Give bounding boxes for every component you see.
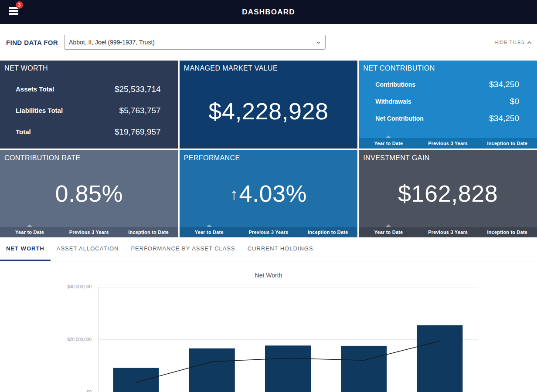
- find-data-bar: FIND DATA FOR Abbot, II, Joel (999-1937,…: [0, 24, 537, 61]
- period-tab-year-to-date[interactable]: Year to Date: [0, 227, 59, 237]
- row-label: Contributions: [375, 81, 415, 88]
- active-period-indicator: [27, 224, 32, 227]
- active-period-indicator: [386, 224, 391, 227]
- withdrawals-row: Withdrawals $0: [359, 93, 537, 110]
- performance-number: 4.03%: [239, 180, 307, 207]
- row-label: Assets Total: [16, 85, 54, 93]
- period-tabs: Year to Date Previous 3 Years Inception …: [0, 227, 178, 237]
- find-data-label: FIND DATA FOR: [6, 39, 58, 46]
- performance-value: ↑ 4.03%: [180, 150, 358, 227]
- period-tab-inception-to-date[interactable]: Inception to Date: [478, 138, 537, 149]
- top-bar: 3 DASHBOARD: [0, 0, 537, 24]
- dashboard-page: 3 DASHBOARD FIND DATA FOR Abbot, II, Joe…: [0, 0, 537, 392]
- period-tab-year-to-date[interactable]: Year to Date: [180, 227, 239, 237]
- tile-contribution-rate: CONTRIBUTION RATE 0.85% Year to Date Pre…: [0, 150, 178, 237]
- period-tab-previous-3-years[interactable]: Previous 3 Years: [418, 227, 478, 237]
- period-tab-inception-to-date[interactable]: Inception to Date: [298, 227, 357, 237]
- total-row: Total $19,769,957: [0, 121, 178, 142]
- row-value: $0: [510, 97, 519, 106]
- chart-title: Net Worth: [0, 261, 537, 279]
- hide-tiles-button[interactable]: HIDE TILES: [494, 40, 531, 45]
- tile-title: NET CONTRIBUTION: [359, 61, 537, 72]
- row-value: $25,533,714: [115, 84, 161, 94]
- row-label: Withdrawals: [375, 98, 411, 105]
- up-arrow-icon: ↑: [230, 185, 238, 203]
- bar-chart-plot: [98, 287, 478, 392]
- tile-performance: PERFORMANCE ↑ 4.03% Year to Date Previou…: [180, 150, 358, 237]
- period-tabs: Year to Date Previous 3 Years Inception …: [359, 138, 537, 149]
- tile-net-contribution: NET CONTRIBUTION Contributions $34,250 W…: [359, 61, 537, 149]
- hide-tiles-label: HIDE TILES: [494, 40, 525, 45]
- tab-net-worth[interactable]: NET WORTH: [0, 237, 51, 261]
- liabilities-total-row: Liabilities Total $5,763,757: [0, 100, 178, 121]
- period-tab-inception-to-date[interactable]: Inception to Date: [478, 227, 537, 237]
- y-axis-tick: $0: [54, 390, 92, 392]
- tile-managed-market-value: MANAGED MARKET VALUE $4,228,928: [180, 61, 358, 149]
- contributions-row: Contributions $34,250: [359, 76, 537, 93]
- row-label: Net Contribution: [375, 115, 423, 122]
- account-select[interactable]: Abbot, II, Joel (999-1937, Trust): [64, 35, 326, 50]
- period-tab-previous-3-years[interactable]: Previous 3 Years: [239, 227, 298, 237]
- tab-current-holdings[interactable]: CURRENT HOLDINGS: [241, 237, 319, 261]
- row-label: Total: [16, 128, 31, 135]
- row-value: $34,250: [489, 80, 519, 89]
- period-tab-year-to-date[interactable]: Year to Date: [359, 138, 418, 149]
- summary-tiles: NET WORTH Assets Total $25,533,714 Liabi…: [0, 61, 537, 237]
- row-value: $5,763,757: [119, 106, 161, 115]
- tile-investment-gain: INVESTMENT GAIN $162,828 Year to Date Pr…: [359, 150, 537, 237]
- period-tab-inception-to-date[interactable]: Inception to Date: [119, 227, 178, 237]
- section-tabs: NET WORTH ASSET ALLOCATION PERFORMANCE B…: [0, 237, 537, 261]
- row-value: $34,250: [489, 114, 519, 123]
- tile-net-worth: NET WORTH Assets Total $25,533,714 Liabi…: [0, 61, 178, 149]
- period-tabs: Year to Date Previous 3 Years Inception …: [359, 227, 537, 237]
- row-label: Liabilities Total: [16, 107, 63, 114]
- period-tabs: Year to Date Previous 3 Years Inception …: [180, 227, 358, 237]
- investment-gain-value: $162,828: [359, 150, 537, 227]
- net-worth-chart: Net Worth $40,000,000 $20,000,000 $0: [0, 261, 537, 392]
- y-axis-tick: $40,000,000: [54, 284, 92, 289]
- account-select-wrap: Abbot, II, Joel (999-1937, Trust) ⌄: [64, 35, 326, 50]
- tile-title: NET WORTH: [0, 61, 178, 72]
- period-tab-previous-3-years[interactable]: Previous 3 Years: [59, 227, 119, 237]
- chevron-up-icon: [527, 41, 532, 45]
- active-period-indicator: [386, 135, 391, 138]
- tab-asset-allocation[interactable]: ASSET ALLOCATION: [51, 237, 125, 261]
- active-period-indicator: [207, 224, 212, 227]
- tab-performance-by-asset-class[interactable]: PERFORMANCE BY ASSET CLASS: [125, 237, 241, 261]
- managed-market-value: $4,228,928: [180, 61, 358, 149]
- net-contribution-row: Net Contribution $34,250: [359, 110, 537, 127]
- page-title: DASHBOARD: [0, 0, 537, 24]
- assets-total-row: Assets Total $25,533,714: [0, 78, 178, 100]
- y-axis-tick: $20,000,000: [54, 337, 92, 342]
- row-value: $19,769,957: [115, 127, 161, 137]
- period-tab-previous-3-years[interactable]: Previous 3 Years: [418, 138, 478, 149]
- period-tab-year-to-date[interactable]: Year to Date: [359, 227, 418, 237]
- contribution-rate-value: 0.85%: [0, 150, 178, 227]
